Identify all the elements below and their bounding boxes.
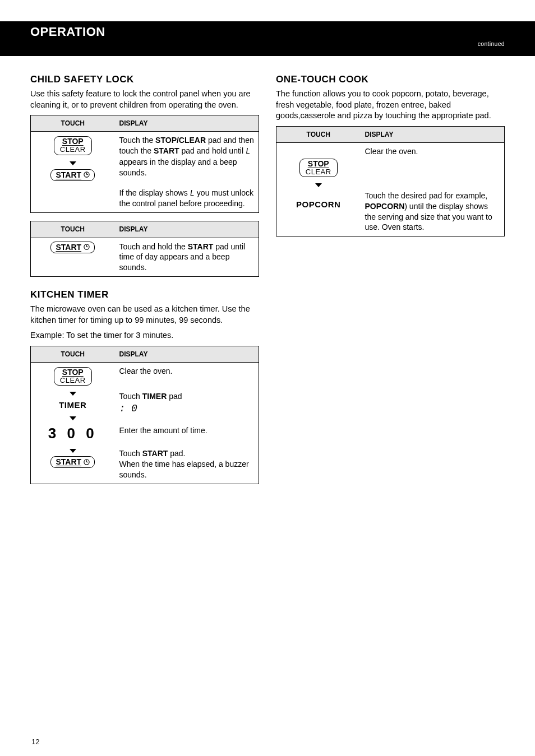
onetouch-row-bold: POPCORN [365,202,405,211]
child-lock-table-1: TOUCH DISPLAY STOP CLEAR START Touch [30,115,259,213]
start-pad[interactable]: START [50,169,95,181]
arrow-down-icon [35,388,110,398]
lock-row1-bold1: STOP/CLEAR [155,136,206,145]
col-header-touch-4: TOUCH [276,126,361,142]
one-touch-body: The function allows you to cook popcorn,… [276,89,505,122]
one-touch-table: TOUCH DISPLAY STOP CLEAR POPCORN Clear t… [276,126,505,237]
col-header-display-4: DISPLAY [361,126,505,142]
one-touch-title: ONE-TOUCH COOK [276,74,505,85]
timer-start-a: Touch [119,449,142,458]
child-lock-title: CHILD SAFETY LOCK [30,74,259,85]
onetouch-row-a: Touch the desired pad for example, [365,191,488,200]
timer-start-c: When the time has elapsed, a buzzer soun… [119,459,255,480]
timer-start-bold: START [142,449,168,458]
kitchen-timer-title: KITCHEN TIMER [30,289,259,300]
col-header-display-3: DISPLAY [115,346,259,362]
start-pad[interactable]: START [50,456,95,468]
timer-enter-text: Enter the amount of time. [119,425,255,436]
lock-row1-bold2: START [154,146,179,155]
timer-row-a: Touch [119,392,142,401]
timer-row-bold: TIMER [142,392,167,401]
timer-seg-0: : 0 [119,402,255,415]
stop-clear-pad[interactable]: STOP CLEAR [299,159,338,177]
child-lock-body: Use this safety feature to lock the cont… [30,89,259,110]
unlock-row-bold: START [188,242,214,251]
digits-300[interactable]: 3 0 0 [48,425,98,442]
lock-row2-a: If the display shows [119,188,190,197]
child-lock-table-2: TOUCH DISPLAY START Touch and hold the S… [30,221,259,277]
section-band: OPERATION continued [0,21,535,56]
arrow-down-icon [35,412,110,423]
lock-seg-L: L [246,147,250,156]
stop-clear-pad[interactable]: STOP CLEAR [54,136,92,155]
page-body: CHILD SAFETY LOCK Use this safety featur… [0,56,535,492]
arrow-down-icon [35,445,110,456]
col-header-touch-3: TOUCH [31,346,115,362]
lock-seg-L2: L [190,189,195,198]
timer-clear-text: Clear the oven. [119,366,255,377]
kitchen-timer-body: The microwave oven can be used as a kitc… [30,304,259,326]
col-header-touch-2: TOUCH [31,221,115,238]
onetouch-clear-text: Clear the oven. [365,146,500,157]
clock-icon [84,459,90,465]
lock-row1-c: pad and hold until [179,146,246,155]
arrow-down-icon [281,179,356,190]
clock-icon [84,244,90,250]
col-header-touch: TOUCH [31,115,115,132]
right-column: ONE-TOUCH COOK The function allows you t… [276,62,505,492]
band-subtitle: continued [30,40,505,47]
kitchen-timer-example: Example: To set the timer for 3 minutes. [30,330,259,341]
lock-row1-a: Touch the [119,136,156,145]
timer-start-b: pad. [168,449,185,458]
col-header-display: DISPLAY [115,115,259,132]
stop-clear-pad[interactable]: STOP CLEAR [54,367,92,386]
arrow-down-icon [35,157,110,168]
band-title: OPERATION [30,25,505,39]
left-column: CHILD SAFETY LOCK Use this safety featur… [30,62,259,492]
start-pad[interactable]: START [50,242,95,253]
clock-icon [84,171,90,178]
unlock-row-a: Touch and hold the [119,242,188,251]
kitchen-timer-table: TOUCH DISPLAY STOP CLEAR TIMER 3 0 0 STA… [30,346,259,484]
popcorn-pad[interactable]: POPCORN [296,200,340,209]
col-header-display-2: DISPLAY [115,221,259,238]
page-number: 12 [31,738,39,746]
lock-row1-d: appears in the display and a beep sounds… [119,157,237,177]
timer-row-b: pad [167,392,182,401]
timer-pad[interactable]: TIMER [59,400,86,410]
